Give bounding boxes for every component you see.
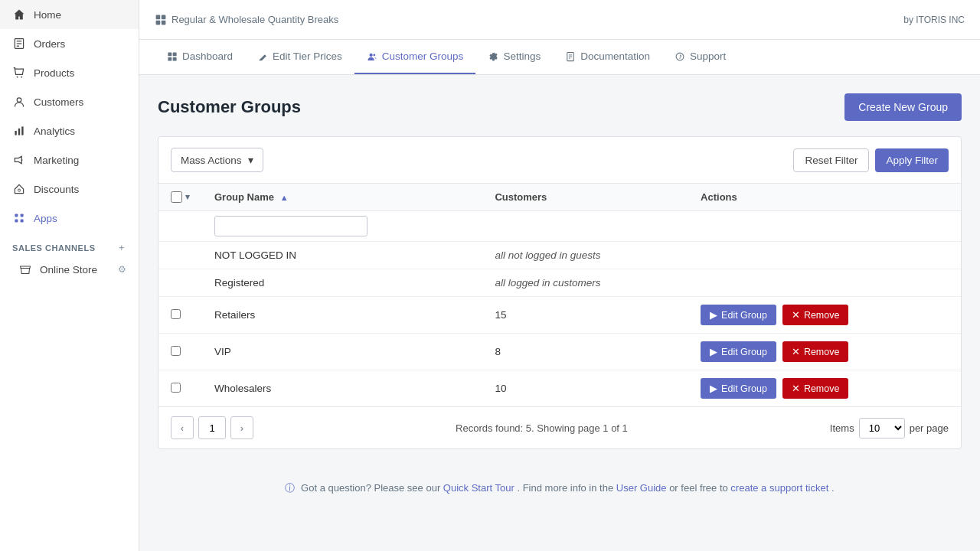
- svg-rect-9: [21, 126, 23, 135]
- row-customers: 15: [482, 297, 688, 334]
- sidebar-item-apps[interactable]: Apps: [0, 204, 139, 233]
- actions-cell: ▶ Edit Group ✕ Remove: [701, 341, 949, 362]
- sidebar-item-marketing[interactable]: Marketing: [0, 145, 139, 174]
- row-checkbox[interactable]: [171, 309, 181, 319]
- apply-filter-button[interactable]: Apply Filter: [875, 148, 949, 172]
- row-group-name: Registered: [202, 269, 482, 297]
- mass-actions-button[interactable]: Mass Actions ▾: [171, 148, 263, 172]
- row-actions: [688, 269, 961, 297]
- sort-asc-icon[interactable]: ▲: [280, 193, 289, 202]
- arrow-right-icon: ▶: [710, 346, 717, 357]
- table-row: Registered all logged in customers: [158, 269, 961, 297]
- row-checkbox-cell: [158, 297, 202, 334]
- row-checkbox[interactable]: [171, 383, 181, 393]
- row-customers: all logged in customers: [482, 269, 688, 297]
- apps-icon: [12, 211, 26, 225]
- per-page-select[interactable]: 10 20 50 100: [859, 418, 905, 439]
- remove-button-retailers[interactable]: ✕ Remove: [782, 305, 849, 325]
- tab-edit-tier-prices[interactable]: Edit Tier Prices: [245, 40, 354, 74]
- arrow-right-icon: ▶: [710, 309, 717, 321]
- items-label: Items: [830, 422, 854, 434]
- sidebar-item-analytics[interactable]: Analytics: [0, 116, 139, 145]
- svg-rect-8: [18, 129, 20, 135]
- add-channel-icon[interactable]: ＋: [117, 242, 126, 253]
- tab-customer-groups[interactable]: Customer Groups: [354, 40, 476, 74]
- remove-button-vip[interactable]: ✕ Remove: [782, 341, 849, 362]
- table-card: Mass Actions ▾ Reset Filter Apply Filter: [158, 136, 962, 449]
- svg-rect-22: [173, 57, 177, 60]
- sidebar: Home Orders Products Customers Analytics…: [0, 0, 139, 551]
- prev-page-button[interactable]: ‹: [171, 416, 194, 439]
- sidebar-item-label: Products: [34, 67, 74, 79]
- per-page-wrapper: Items 10 20 50 100 per page: [830, 418, 949, 439]
- customer-groups-table: ▾ Group Name ▲ Customers Actions: [158, 184, 961, 406]
- sidebar-item-label: Analytics: [34, 126, 75, 137]
- table-row: Wholesalers 10 ▶ Edit Group ✕ Remove: [158, 370, 961, 407]
- svg-rect-19: [168, 52, 172, 56]
- sidebar-item-label: Home: [34, 9, 61, 21]
- tab-documentation-label: Documentation: [580, 51, 650, 62]
- row-checkbox-cell: [158, 242, 202, 269]
- row-checkbox[interactable]: [171, 346, 181, 356]
- table-row: NOT LOGGED IN all not logged in guests: [158, 242, 961, 269]
- support-ticket-link[interactable]: create a support ticket: [730, 482, 828, 494]
- row-checkbox-cell: [158, 334, 202, 370]
- per-page-label: per page: [910, 422, 949, 434]
- settings-gear-icon[interactable]: ⚙: [118, 264, 126, 275]
- support-tab-icon: [675, 51, 685, 62]
- app-logo: Regular & Wholesale Quantity Breaks: [155, 14, 338, 26]
- user-guide-link[interactable]: User Guide: [616, 482, 667, 494]
- svg-rect-21: [168, 57, 172, 60]
- dashboard-tab-icon: [167, 51, 178, 62]
- svg-point-4: [17, 77, 18, 78]
- topbar: Regular & Wholesale Quantity Breaks by I…: [139, 0, 980, 40]
- orders-icon: [12, 37, 26, 51]
- sidebar-item-label: Orders: [34, 38, 65, 50]
- actions-cell: ▶ Edit Group ✕ Remove: [701, 305, 949, 325]
- sidebar-item-discounts[interactable]: Discounts: [0, 174, 139, 204]
- svg-rect-15: [156, 15, 161, 19]
- group-name-filter-input[interactable]: [214, 216, 368, 236]
- content-area: Customer Groups Create New Group Mass Ac…: [139, 75, 980, 551]
- select-all-checkbox[interactable]: [171, 191, 182, 203]
- svg-point-6: [17, 98, 21, 103]
- row-group-name: Wholesalers: [202, 370, 482, 407]
- filter-row: [158, 211, 961, 242]
- create-new-group-button[interactable]: Create New Group: [844, 93, 962, 121]
- quick-start-link[interactable]: Quick Start Tour: [443, 482, 514, 494]
- page-header: Customer Groups Create New Group: [158, 93, 962, 121]
- tab-support[interactable]: Support: [662, 40, 738, 74]
- sidebar-item-label: Marketing: [34, 155, 79, 166]
- sidebar-item-home[interactable]: Home: [0, 0, 139, 29]
- footer-text-end: or feel free to: [669, 482, 730, 494]
- sidebar-item-orders[interactable]: Orders: [0, 29, 139, 58]
- tab-customer-groups-label: Customer Groups: [382, 51, 464, 62]
- group-name-header: Group Name ▲: [202, 184, 482, 211]
- home-icon: [12, 8, 26, 21]
- section-label: SALES CHANNELS: [12, 243, 96, 253]
- remove-button-wholesalers[interactable]: ✕ Remove: [782, 378, 849, 399]
- tab-dashboard-label: Dashboard: [182, 51, 233, 62]
- edit-group-button-wholesalers[interactable]: ▶ Edit Group: [701, 378, 776, 399]
- tab-documentation[interactable]: Documentation: [553, 40, 662, 74]
- tab-settings[interactable]: Settings: [475, 40, 553, 74]
- close-icon: ✕: [792, 309, 800, 321]
- page-controls: ‹ ›: [171, 416, 253, 439]
- sidebar-item-customers[interactable]: Customers: [0, 87, 139, 116]
- select-chevron-icon[interactable]: ▾: [185, 192, 190, 202]
- page-number-input[interactable]: [198, 416, 226, 439]
- customers-icon: [12, 95, 26, 109]
- nav-tabs: Dashboard Edit Tier Prices Customer Grou…: [139, 40, 980, 75]
- tab-dashboard[interactable]: Dashboard: [155, 40, 245, 74]
- edit-group-button-retailers[interactable]: ▶ Edit Group: [701, 305, 776, 325]
- tab-edit-tier-prices-label: Edit Tier Prices: [273, 51, 342, 62]
- next-page-button[interactable]: ›: [230, 416, 253, 439]
- footer-icon: ⓘ: [285, 482, 295, 494]
- reset-filter-button[interactable]: Reset Filter: [793, 148, 869, 172]
- footer: ⓘ Got a question? Please see our Quick S…: [158, 468, 962, 509]
- edit-group-button-vip[interactable]: ▶ Edit Group: [701, 341, 776, 362]
- table-toolbar: Mass Actions ▾ Reset Filter Apply Filter: [158, 137, 961, 184]
- sidebar-item-products[interactable]: Products: [0, 58, 139, 87]
- svg-rect-16: [162, 15, 166, 19]
- sidebar-item-online-store[interactable]: Online Store ⚙: [0, 256, 139, 282]
